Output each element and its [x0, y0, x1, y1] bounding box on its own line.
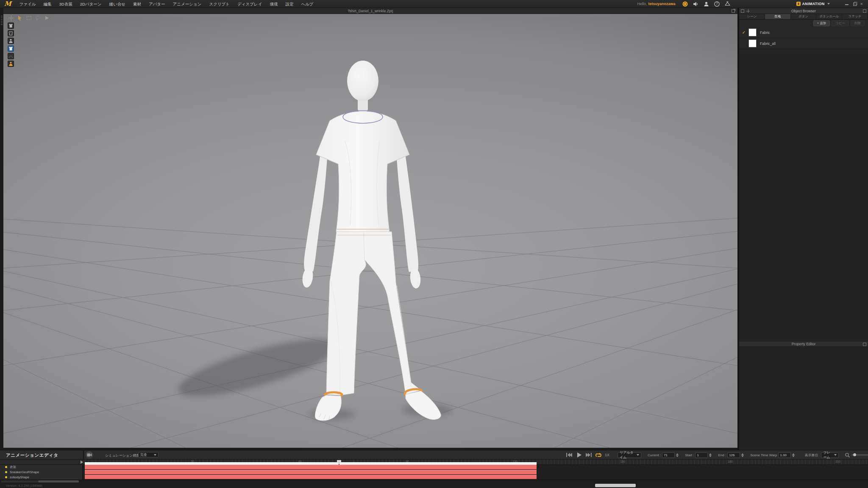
- menu-animation[interactable]: アニメーション: [169, 0, 206, 8]
- go-to-start-button[interactable]: [566, 452, 573, 458]
- panel-move-icon[interactable]: [746, 9, 750, 13]
- help-icon[interactable]: ?: [714, 1, 720, 7]
- property-editor-popout-icon[interactable]: [863, 343, 866, 346]
- gizmo-tool-icon[interactable]: [8, 15, 14, 21]
- chevron-down-icon: [827, 3, 830, 5]
- show-avatar-skin-icon[interactable]: [8, 61, 14, 67]
- select-tool-icon[interactable]: [17, 15, 23, 21]
- dock-grip-handle[interactable]: [1, 16, 3, 25]
- track-keyframe-dot: [5, 466, 7, 468]
- display-unit-select[interactable]: フレーム: [821, 452, 839, 458]
- zoom-out-icon[interactable]: [845, 453, 850, 458]
- show-pattern-icon[interactable]: [8, 30, 14, 36]
- menu-script[interactable]: スクリプト: [205, 0, 234, 8]
- show-avatar-icon[interactable]: [8, 38, 14, 44]
- show-garment-fit-icon-selected[interactable]: [8, 45, 14, 52]
- chevron-down-icon: [834, 454, 837, 456]
- extra-tool-icon[interactable]: [44, 15, 50, 21]
- delete-fabric-button[interactable]: 削除: [851, 20, 865, 26]
- menu-display[interactable]: ディスプレイ: [234, 0, 266, 8]
- tab-scene[interactable]: シーン: [739, 14, 765, 19]
- 3d-viewport-canvas[interactable]: [3, 14, 737, 448]
- menu-material[interactable]: 素材: [129, 0, 145, 8]
- main-menus: ファイル 編集 3D衣装 2Dパターン 縫い合せ 素材 アバター アニメーション…: [16, 0, 317, 8]
- timeline-hscroll-handle[interactable]: [595, 484, 636, 487]
- current-frame-input[interactable]: 71: [662, 452, 675, 458]
- chevron-down-icon: [637, 454, 639, 456]
- transport-controls: 1X リアルタイム Current : 71 Start : 1 End :: [566, 450, 868, 460]
- username-link[interactable]: tetsuyanozawa: [648, 2, 676, 6]
- ruler-label: 180: [728, 460, 733, 463]
- time-warp-stepper[interactable]: [792, 453, 795, 457]
- lasso-select-icon[interactable]: [35, 15, 41, 21]
- ruler-label: 210: [835, 460, 840, 463]
- display-unit-label: 表示単位: [804, 453, 818, 458]
- zoom-slider-track[interactable]: [851, 455, 868, 455]
- copy-fabric-button[interactable]: コピー: [832, 20, 849, 26]
- loop-toggle-button[interactable]: [595, 452, 602, 458]
- property-editor-empty-area: [739, 347, 868, 450]
- playback-mode-value: リアルタイム: [620, 450, 636, 460]
- close-button[interactable]: ×: [860, 2, 863, 6]
- start-frame-stepper[interactable]: [709, 453, 712, 457]
- show-seams-icon[interactable]: [8, 53, 14, 59]
- play-button[interactable]: [576, 452, 582, 458]
- restore-button[interactable]: [853, 2, 857, 6]
- animation-clip[interactable]: [85, 475, 537, 479]
- marvelous-designer-window: M ファイル 編集 3D衣装 2Dパターン 縫い合せ 素材 アバター アニメーシ…: [0, 0, 868, 488]
- property-editor-header: Property Editor: [739, 341, 868, 347]
- menu-2d-pattern[interactable]: 2Dパターン: [76, 0, 106, 8]
- marquee-select-icon[interactable]: [26, 15, 32, 21]
- menu-edit[interactable]: 編集: [40, 0, 56, 8]
- time-warp-input[interactable]: 1.00: [778, 452, 791, 458]
- playback-mode-select[interactable]: リアルタイム: [618, 452, 641, 458]
- add-fabric-button[interactable]: + 追加: [813, 20, 830, 26]
- playback-speed-button[interactable]: 1X: [605, 453, 609, 457]
- track-row[interactable]: SneakerGeoRShape: [0, 470, 82, 474]
- animation-clip[interactable]: [85, 470, 537, 474]
- start-frame-label: Start :: [685, 453, 694, 457]
- time-warp-field: Scene Time Warp 1.00: [750, 452, 795, 458]
- show-garment-icon[interactable]: [8, 22, 14, 29]
- menu-help[interactable]: ヘルプ: [297, 0, 317, 8]
- account-icon[interactable]: [704, 1, 709, 7]
- track-row[interactable]: 衣装: [0, 465, 82, 469]
- tab-button[interactable]: ボタン: [791, 14, 817, 19]
- track-row[interactable]: zobodyShape: [0, 475, 82, 480]
- menu-avatar[interactable]: アバター: [145, 0, 169, 8]
- minimize-button[interactable]: [845, 2, 849, 6]
- mode-selector[interactable]: ANIMATION: [796, 2, 830, 6]
- current-frame-stepper[interactable]: [676, 453, 679, 457]
- animation-clip[interactable]: [85, 465, 537, 469]
- tab-topstitch[interactable]: ステッチ: [842, 14, 868, 19]
- tab-fabric[interactable]: 生地: [765, 14, 791, 19]
- menu-sewing[interactable]: 縫い合せ: [105, 0, 129, 8]
- menu-file[interactable]: ファイル: [16, 0, 40, 8]
- record-simulation-button[interactable]: [86, 451, 93, 459]
- end-frame-input[interactable]: 126: [727, 452, 740, 458]
- sim-quality-select[interactable]: 完全: [138, 452, 159, 458]
- zoom-slider-handle[interactable]: [853, 453, 856, 456]
- panel-popout-icon[interactable]: [863, 9, 866, 13]
- end-frame-stepper[interactable]: [741, 453, 744, 457]
- range-start-marker[interactable]: [81, 460, 83, 464]
- tab-buttonhole[interactable]: ボタンホール: [816, 14, 842, 19]
- fabric-swatch[interactable]: [748, 28, 757, 36]
- fabric-list-item[interactable]: ✓ Fabric: [739, 27, 868, 38]
- menu-settings[interactable]: 設定: [281, 0, 297, 8]
- panel-dock-icon[interactable]: [741, 9, 744, 13]
- viewport-side-toggles: [8, 22, 14, 67]
- hanger-icon[interactable]: [725, 1, 730, 7]
- membership-coin-icon[interactable]: [682, 1, 688, 7]
- fabric-list-item[interactable]: Fabric_all: [739, 38, 868, 49]
- fabric-swatch[interactable]: [748, 39, 757, 47]
- animation-editor-title: アニメーションエディタ: [6, 452, 58, 458]
- start-frame-input[interactable]: 1: [695, 452, 708, 458]
- speaker-icon[interactable]: [693, 1, 698, 7]
- menu-environment[interactable]: 環境: [266, 0, 281, 8]
- timeline-zoom-control: [845, 453, 868, 458]
- track-keyframe-dot: [5, 471, 7, 473]
- popout-icon[interactable]: [732, 9, 735, 13]
- menu-3d-garment[interactable]: 3D衣装: [56, 0, 76, 8]
- go-to-end-button[interactable]: [585, 452, 592, 458]
